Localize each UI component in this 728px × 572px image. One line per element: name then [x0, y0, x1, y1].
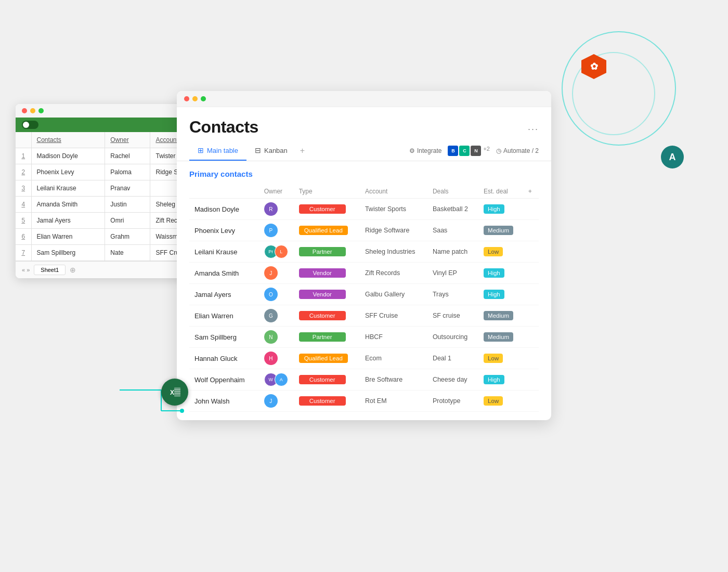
- automate-button[interactable]: ◷ Automate / 2: [496, 147, 539, 154]
- contact-est: Low: [478, 348, 523, 369]
- contact-type: Vendor: [294, 263, 360, 284]
- deal-badge: Low: [484, 354, 503, 363]
- type-badge: Vendor: [299, 268, 346, 278]
- contact-owner: W A: [259, 369, 294, 391]
- connector-line: [120, 380, 203, 421]
- excel-col-contacts: Contacts: [31, 132, 105, 148]
- crm-tabs: ⊞ Main table ⊟ Kanban + ⚙ Integrate B C …: [177, 141, 551, 161]
- confluence-icon: C: [459, 146, 470, 156]
- avatar: N: [264, 330, 278, 344]
- contact-est: High: [478, 369, 523, 391]
- excel-row-num: 2: [16, 164, 31, 180]
- integration-count: +2: [483, 146, 490, 156]
- tab-kanban-label: Kanban: [264, 147, 288, 154]
- tab-main-table[interactable]: ⊞ Main table: [189, 141, 246, 161]
- excel-cell-contact: Amanda Smith: [31, 197, 105, 213]
- add-column-button[interactable]: +: [523, 185, 539, 199]
- excel-row-num: 3: [16, 180, 31, 197]
- contact-account: Ridge Software: [360, 220, 427, 241]
- row-actions: [523, 241, 539, 263]
- contact-deal: Name patch: [427, 241, 478, 263]
- contact-name: Leilani Krause: [189, 241, 259, 263]
- contact-deal: Vinyl EP: [427, 263, 478, 284]
- crm-toolbar: ⚙ Integrate B C N +2 ◷ Automate / 2: [409, 141, 539, 160]
- contact-type: Partner: [294, 327, 360, 348]
- contact-account: Galbu Gallery: [360, 284, 427, 305]
- automate-label: Automate / 2: [503, 147, 539, 154]
- avatar: H: [264, 352, 278, 365]
- section-title: Primary contacts: [189, 170, 539, 178]
- excel-row-num: 7: [16, 245, 31, 261]
- table-row[interactable]: Hannah Gluck H Qualified Lead Ecom Deal …: [189, 348, 539, 369]
- contact-account: Rot EM: [360, 391, 427, 412]
- deal-badge: High: [484, 375, 504, 384]
- contact-type: Qualified Lead: [294, 348, 360, 369]
- table-row[interactable]: Phoenix Levy P Qualified Lead Ridge Soft…: [189, 220, 539, 241]
- excel-cell-owner: Grahm: [105, 229, 150, 245]
- contacts-table: Owner Type Account Deals Est. deal + Mad…: [189, 185, 539, 412]
- add-tab-button[interactable]: +: [296, 141, 309, 161]
- excel-toolbar-toggle: [22, 121, 38, 129]
- type-badge: Partner: [299, 332, 346, 342]
- svg-point-5: [180, 409, 184, 413]
- table-row[interactable]: Wolf Oppenhaim W A Customer Bre Software…: [189, 369, 539, 391]
- add-sheet-button[interactable]: ⊕: [70, 266, 76, 274]
- deal-badge: High: [484, 204, 504, 214]
- excel-cell-contact: Jamal Ayers: [31, 213, 105, 229]
- contact-owner: N: [259, 327, 294, 348]
- contact-type: Partner: [294, 241, 360, 263]
- excel-row-num: 1: [16, 148, 31, 164]
- table-row[interactable]: Sam Spillberg N Partner HBCF Outsourcing…: [189, 327, 539, 348]
- contact-account: Ecom: [360, 348, 427, 369]
- contact-name: Jamal Ayers: [189, 284, 259, 305]
- contact-account: Twister Sports: [360, 199, 427, 220]
- grid-icon: ⊞: [198, 146, 204, 154]
- deal-badge: High: [484, 290, 504, 299]
- contact-deal: Deal 1: [427, 348, 478, 369]
- contact-type: Customer: [294, 391, 360, 412]
- type-badge: Vendor: [299, 290, 346, 299]
- row-actions: [523, 284, 539, 305]
- integrate-label: Integrate: [417, 147, 441, 154]
- excel-cell-contact: Phoenix Levy: [31, 164, 105, 180]
- excel-cell-owner: Pranav: [105, 180, 150, 197]
- contact-account: HBCF: [360, 327, 427, 348]
- contact-est: Medium: [478, 220, 523, 241]
- avatar: J: [264, 266, 278, 280]
- contact-account: Sheleg Industries: [360, 241, 427, 263]
- contact-account: Bre Software: [360, 369, 427, 391]
- excel-cell-contact: Sam Spillberg: [31, 245, 105, 261]
- crm-window: Contacts ... ⊞ Main table ⊟ Kanban + ⚙ I…: [177, 91, 551, 420]
- notion-icon: N: [471, 146, 481, 156]
- contact-account: Zift Records: [360, 263, 427, 284]
- excel-row-num: 6: [16, 229, 31, 245]
- integrate-button[interactable]: ⚙ Integrate: [409, 147, 441, 154]
- sheet-tab[interactable]: Sheet1: [34, 265, 66, 275]
- col-owner: Owner: [259, 185, 294, 199]
- contact-est: High: [478, 199, 523, 220]
- tab-kanban[interactable]: ⊟ Kanban: [246, 141, 296, 161]
- avatar: P: [264, 224, 278, 237]
- table-row[interactable]: Madison Doyle R Customer Twister Sports …: [189, 199, 539, 220]
- row-actions: [523, 263, 539, 284]
- contact-name: Hannah Gluck: [189, 348, 259, 369]
- avatar: L: [275, 245, 288, 258]
- svg-text:✿: ✿: [590, 61, 598, 72]
- col-name: [189, 185, 259, 199]
- excel-cell-owner: Rachel: [105, 148, 150, 164]
- table-row[interactable]: Jamal Ayers O Vendor Galbu Gallery Trays…: [189, 284, 539, 305]
- table-row[interactable]: John Walsh J Customer Rot EM Prototype L…: [189, 391, 539, 412]
- contact-deal: Prototype: [427, 391, 478, 412]
- contact-deal: Saas: [427, 220, 478, 241]
- excel-cell-owner: Justin: [105, 197, 150, 213]
- contact-type: Customer: [294, 305, 360, 327]
- table-row[interactable]: Leilani Krause Pr L Partner Sheleg Indus…: [189, 241, 539, 263]
- table-row[interactable]: Amanda Smith J Vendor Zift Records Vinyl…: [189, 263, 539, 284]
- table-row[interactable]: Elian Warren G Customer SFF Cruise SF cr…: [189, 305, 539, 327]
- crm-more-menu[interactable]: ...: [528, 122, 539, 133]
- excel-dot-red: [22, 108, 27, 113]
- contact-account: SFF Cruise: [360, 305, 427, 327]
- contact-owner: O: [259, 284, 294, 305]
- owner-avatars: W A: [264, 373, 289, 386]
- contact-est: High: [478, 263, 523, 284]
